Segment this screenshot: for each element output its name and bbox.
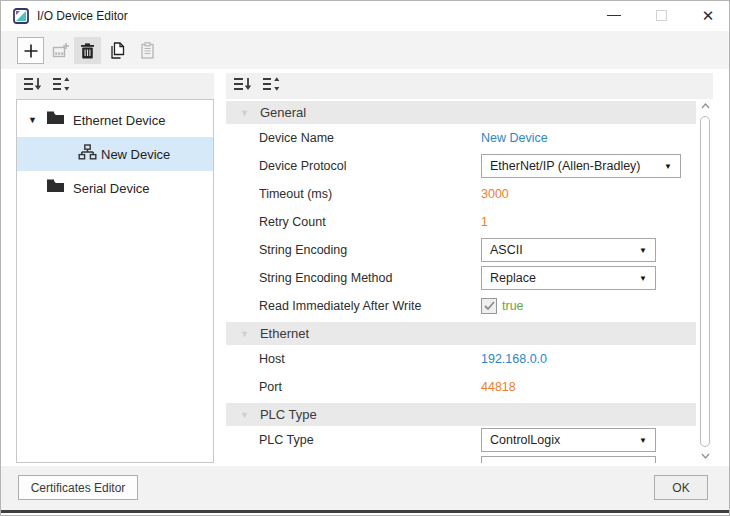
tree-expander-icon[interactable]: ▼ — [28, 115, 37, 125]
chevron-down-icon: ▼ — [664, 162, 672, 171]
property-label: String Encoding — [259, 243, 347, 257]
expand-all-icon — [262, 76, 281, 92]
property-grid: ▼ General Device Name New Device Device … — [226, 99, 696, 463]
tree-panel-toolbar — [16, 73, 214, 99]
property-label: Retry Count — [259, 215, 326, 229]
message-type-dropdown[interactable]: Tag ▼ — [481, 456, 656, 463]
tree-item-label: Serial Device — [73, 181, 150, 196]
row-device-protocol: Device Protocol EtherNet/IP (Allen-Bradl… — [226, 152, 696, 180]
expand-all-button[interactable] — [262, 76, 281, 96]
expand-all-icon — [52, 76, 71, 92]
copy-device-button[interactable] — [104, 37, 131, 64]
io-device-editor-window: I/O Device Editor ✕ — [0, 0, 730, 516]
close-button[interactable]: ✕ — [693, 1, 723, 29]
row-plc-type: PLC Type ControlLogix ▼ — [226, 426, 696, 454]
scroll-down-button[interactable] — [699, 449, 712, 463]
chevron-down-icon: ▼ — [639, 436, 647, 445]
chevron-down-icon: ▼ — [240, 108, 249, 118]
row-message-type: Message Type Tag ▼ — [226, 454, 696, 463]
minimize-button[interactable] — [599, 1, 629, 29]
maximize-button — [646, 1, 676, 29]
property-label: Host — [259, 352, 285, 366]
section-title: Ethernet — [260, 326, 309, 341]
chevron-down-icon: ▼ — [639, 246, 647, 255]
chevron-up-icon — [701, 103, 710, 109]
tree-item-ethernet-device[interactable]: ▼ Ethernet Device — [17, 103, 213, 137]
add-child-device-button — [47, 37, 74, 64]
paste-icon — [141, 42, 154, 59]
plus-icon — [23, 43, 39, 59]
maximize-icon — [656, 10, 667, 21]
plc-type-dropdown[interactable]: ControlLogix ▼ — [481, 428, 656, 452]
property-label: Device Name — [259, 131, 334, 145]
row-timeout: Timeout (ms) 3000 — [226, 180, 696, 208]
row-read-immediately: Read Immediately After Write true — [226, 292, 696, 320]
property-label: Message Type — [259, 461, 340, 463]
collapse-all-button[interactable] — [233, 76, 252, 96]
tree-item-label: Ethernet Device — [73, 113, 166, 128]
property-label: Read Immediately After Write — [259, 299, 421, 313]
folder-icon — [46, 111, 65, 129]
tree-item-serial-device[interactable]: Serial Device — [17, 171, 213, 205]
host-value[interactable]: 192.168.0.0 — [481, 352, 547, 366]
chevron-down-icon — [701, 453, 710, 459]
row-port: Port 44818 — [226, 373, 696, 401]
network-device-icon — [78, 144, 97, 165]
chevron-down-icon: ▼ — [240, 410, 249, 420]
timeout-value[interactable]: 3000 — [481, 187, 509, 201]
minimize-icon — [607, 15, 621, 16]
row-retry-count: Retry Count 1 — [226, 208, 696, 236]
properties-panel-toolbar — [226, 73, 713, 99]
add-device-button[interactable] — [17, 37, 44, 64]
trash-icon — [80, 43, 95, 59]
checkmark-icon — [484, 301, 495, 311]
property-label: Port — [259, 380, 282, 394]
window-title: I/O Device Editor — [37, 9, 128, 23]
read-immediately-checkbox[interactable] — [481, 298, 497, 314]
tree-item-new-device[interactable]: New Device — [17, 137, 213, 171]
close-icon: ✕ — [702, 8, 715, 23]
chevron-down-icon: ▼ — [639, 274, 647, 283]
row-host: Host 192.168.0.0 — [226, 345, 696, 373]
device-protocol-dropdown[interactable]: EtherNet/IP (Allen-Bradley) ▼ — [481, 154, 681, 178]
string-encoding-method-dropdown[interactable]: Replace ▼ — [481, 266, 656, 290]
copy-icon — [110, 42, 126, 59]
row-device-name: Device Name New Device — [226, 124, 696, 152]
section-header-ethernet[interactable]: ▼ Ethernet — [226, 322, 696, 345]
collapse-all-button[interactable] — [23, 76, 42, 96]
expand-all-button[interactable] — [52, 76, 71, 96]
property-label: PLC Type — [259, 433, 314, 447]
property-label: Timeout (ms) — [259, 187, 332, 201]
collapse-all-icon — [23, 76, 42, 92]
retry-count-value[interactable]: 1 — [481, 215, 488, 229]
collapse-all-icon — [233, 76, 252, 92]
footer-bar: Certificates Editor OK — [1, 466, 729, 510]
section-header-general[interactable]: ▼ General — [226, 101, 696, 124]
row-string-encoding-method: String Encoding Method Replace ▼ — [226, 264, 696, 292]
property-label: Device Protocol — [259, 159, 347, 173]
row-string-encoding: String Encoding ASCII ▼ — [226, 236, 696, 264]
section-title: General — [260, 105, 306, 120]
tree-item-label: New Device — [101, 147, 170, 162]
property-label: String Encoding Method — [259, 271, 392, 285]
section-header-plc-type[interactable]: ▼ PLC Type — [226, 403, 696, 426]
folder-icon — [46, 179, 65, 197]
scroll-up-button[interactable] — [699, 99, 712, 113]
vertical-scrollbar[interactable] — [699, 99, 712, 463]
device-name-value[interactable]: New Device — [481, 131, 548, 145]
delete-device-button[interactable] — [74, 37, 101, 64]
app-logo-icon — [13, 8, 29, 24]
device-add-icon — [52, 42, 70, 59]
chevron-down-icon: ▼ — [240, 329, 249, 339]
section-title: PLC Type — [260, 407, 317, 422]
read-immediately-value: true — [502, 299, 524, 313]
paste-device-button — [134, 37, 161, 64]
device-toolbar — [1, 31, 729, 69]
window-bottom-edge — [1, 510, 729, 513]
scrollbar-thumb[interactable] — [700, 116, 710, 447]
device-tree: ▼ Ethernet Device New Device — [16, 99, 214, 463]
certificates-editor-button[interactable]: Certificates Editor — [18, 475, 138, 500]
port-value[interactable]: 44818 — [481, 380, 516, 394]
string-encoding-dropdown[interactable]: ASCII ▼ — [481, 238, 656, 262]
ok-button[interactable]: OK — [654, 475, 708, 500]
